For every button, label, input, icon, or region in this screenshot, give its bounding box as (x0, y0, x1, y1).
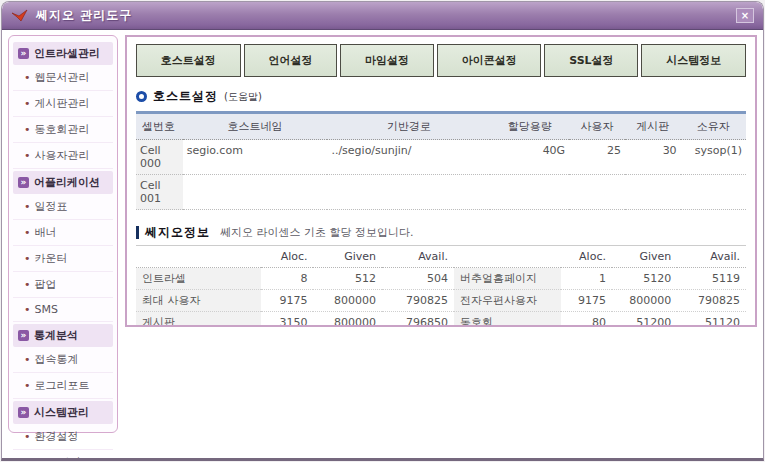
language-settings-button[interactable]: 언어설정 (244, 44, 338, 77)
col-aloc: Aloc. (561, 246, 612, 268)
blank-header (136, 246, 261, 268)
sidebar-section-statistics[interactable]: 통계분석 (13, 324, 113, 347)
col-aloc: Aloc. (261, 246, 314, 268)
board-count (625, 175, 681, 210)
quota (490, 175, 569, 210)
base-path (327, 175, 490, 210)
window-body: 인트라셀관리 웹문서관리 게시판관리 동호회관리 사용자관리 어플리케이션 일정… (2, 30, 763, 438)
given-value: 51200 (612, 312, 677, 328)
table-row: Cell 001 (136, 175, 746, 210)
col-boards: 게시판 (625, 113, 681, 140)
help-link[interactable]: (도움말) (224, 90, 262, 104)
sidebar-section-system[interactable]: 시스템관리 (13, 401, 113, 424)
chevron-right-icon (18, 407, 29, 418)
col-basepath: 기반경로 (327, 113, 490, 140)
app-window: 쎄지오 관리도구 × 인트라셀관리 웹문서관리 게시판관리 동호회관리 사용자관… (1, 1, 764, 461)
col-given: Given (313, 246, 382, 268)
table-row: 게시판 3150 800000 796850 동호회 80 51200 5112… (136, 312, 746, 328)
aloc-value: 3150 (261, 312, 314, 328)
sidebar-item-env-settings[interactable]: 환경설정 (13, 424, 113, 450)
license-section-header: 쎄지오정보 쎄지오 라이센스 기초 할당 정보입니다. (136, 224, 746, 241)
sidebar-item-access-stats[interactable]: 접속통계 (13, 347, 113, 373)
given-value: 800000 (612, 290, 677, 312)
metric-label: 동호회 (454, 312, 561, 328)
sidebar-item-club[interactable]: 동호회관리 (13, 117, 113, 143)
hosts-header-row: 셀번호 호스트네임 기반경로 할당용량 사용자 게시판 소유자 (136, 113, 746, 140)
col-cellno: 셀번호 (136, 113, 183, 140)
aloc-value: 9175 (561, 290, 612, 312)
ssl-settings-button[interactable]: SSL설정 (544, 44, 638, 77)
sidebar-item-counter[interactable]: 카운터 (13, 246, 113, 272)
section-label: 인트라셀관리 (34, 46, 100, 61)
cell-number: Cell 000 (136, 140, 183, 175)
table-row: 최대 사용자 9175 800000 790825 전자우편사용자 9175 8… (136, 290, 746, 312)
metric-label: 최대 사용자 (136, 290, 261, 312)
aloc-value: 1 (561, 268, 612, 290)
chevron-right-icon (18, 177, 29, 188)
close-icon[interactable]: × (736, 8, 754, 23)
sidebar: 인트라셀관리 웹문서관리 게시판관리 동호회관리 사용자관리 어플리케이션 일정… (8, 35, 118, 433)
window-title: 쎄지오 관리도구 (36, 7, 132, 24)
metric-label: 전자우편사용자 (454, 290, 561, 312)
aloc-value: 80 (561, 312, 612, 328)
sidebar-item-popup[interactable]: 팝업 (13, 272, 113, 298)
main-panel: 호스트설정 언어설정 마임설정 아이콘설정 SSL설정 시스템정보 호스트설정 … (125, 35, 757, 327)
chevron-right-icon (18, 48, 29, 59)
sidebar-section-intracell[interactable]: 인트라셀관리 (13, 42, 113, 65)
section-label: 시스템관리 (34, 405, 89, 420)
base-path: ../segio/sunjin/ (327, 140, 490, 175)
given-value: 512 (313, 268, 382, 290)
sidebar-item-log-report[interactable]: 로그리포트 (13, 373, 113, 399)
avail-value: 504 (382, 268, 454, 290)
toolbar: 호스트설정 언어설정 마임설정 아이콘설정 SSL설정 시스템정보 (136, 44, 746, 77)
blank-header (454, 246, 561, 268)
aloc-value: 9175 (261, 290, 314, 312)
col-avail: Avail. (677, 246, 746, 268)
col-avail: Avail. (382, 246, 454, 268)
col-quota: 할당용량 (490, 113, 569, 140)
user-count: 25 (569, 140, 625, 175)
hostname (183, 175, 328, 210)
host-settings-button[interactable]: 호스트설정 (136, 44, 241, 77)
sidebar-item-schedule[interactable]: 일정표 (13, 194, 113, 220)
section-label: 통계분석 (34, 328, 78, 343)
blue-ring-icon (136, 91, 147, 102)
metric-label: 인트라셀 (136, 268, 261, 290)
sidebar-item-users[interactable]: 사용자관리 (13, 143, 113, 169)
col-users: 사용자 (569, 113, 625, 140)
col-hostname: 호스트네임 (183, 113, 328, 140)
hosts-table: 셀번호 호스트네임 기반경로 할당용량 사용자 게시판 소유자 Cell 000… (136, 111, 746, 210)
avail-value: 51120 (677, 312, 746, 328)
sidebar-item-banner[interactable]: 배너 (13, 220, 113, 246)
section-label: 어플리케이션 (34, 175, 100, 190)
host-section-header: 호스트설정 (도움말) (136, 88, 746, 105)
cell-number: Cell 001 (136, 175, 183, 210)
sidebar-item-webdoc[interactable]: 웹문서관리 (13, 65, 113, 91)
table-row: 인트라셀 8 512 504 버추얼홈페이지 1 5120 5119 (136, 268, 746, 290)
user-count (569, 175, 625, 210)
icon-settings-button[interactable]: 아이콘설정 (437, 44, 542, 77)
avail-value: 790825 (382, 290, 454, 312)
host-section-title: 호스트설정 (153, 88, 218, 105)
license-section-description: 쎄지오 라이센스 기초 할당 정보입니다. (220, 225, 413, 240)
col-owner: 소유자 (681, 113, 746, 140)
sidebar-item-board[interactable]: 게시판관리 (13, 91, 113, 117)
sidebar-item-cms[interactable]: CMS관리 (13, 450, 113, 461)
aloc-value: 8 (261, 268, 314, 290)
navy-bar-icon (136, 226, 139, 239)
metric-label: 버추얼홈페이지 (454, 268, 561, 290)
system-info-button[interactable]: 시스템정보 (641, 44, 746, 77)
sidebar-item-sms[interactable]: SMS (13, 298, 113, 322)
given-value: 800000 (313, 312, 382, 328)
titlebar: 쎄지오 관리도구 × (2, 2, 763, 30)
sidebar-section-application[interactable]: 어플리케이션 (13, 171, 113, 194)
metric-label: 게시판 (136, 312, 261, 328)
mime-settings-button[interactable]: 마임설정 (340, 44, 434, 77)
license-table: Aloc. Given Avail. Aloc. Given Avail. 인트… (136, 245, 746, 327)
hostname: segio.com (183, 140, 328, 175)
quota: 40G (490, 140, 569, 175)
given-value: 5120 (612, 268, 677, 290)
table-row: Cell 000 segio.com ../segio/sunjin/ 40G … (136, 140, 746, 175)
license-section-title: 쎄지오정보 (145, 224, 210, 241)
chevron-right-icon (18, 330, 29, 341)
